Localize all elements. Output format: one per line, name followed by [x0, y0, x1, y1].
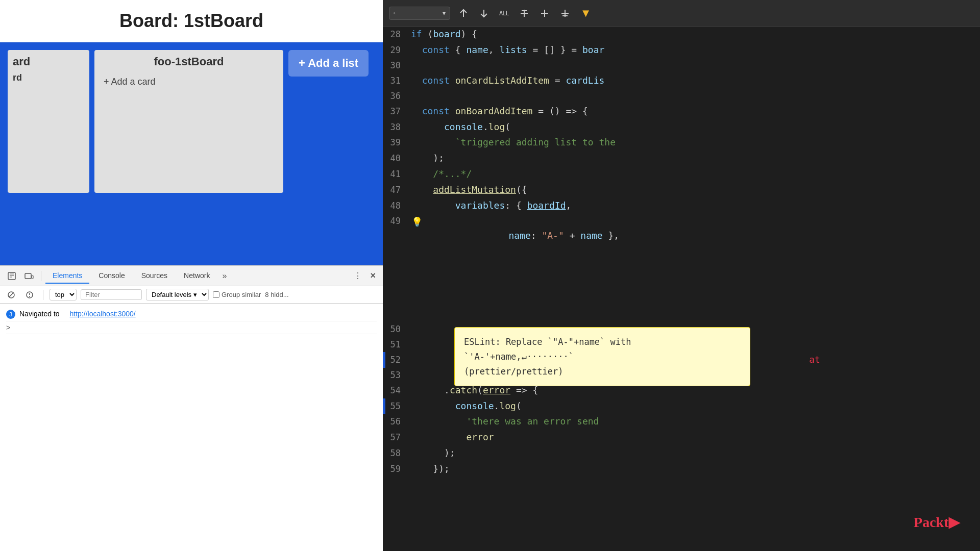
console-toolbar: top Default levels ▾ Group similar 8 hid…: [0, 286, 383, 304]
code-line-41: 41 /*...*/: [383, 166, 980, 182]
code-line-57: 57 error: [383, 430, 980, 445]
packt-logo: Packt▶: [914, 514, 960, 531]
devtools-close-button[interactable]: ×: [367, 269, 379, 282]
add-card-button[interactable]: + Add a card: [100, 73, 278, 90]
search-all-button[interactable]: ALL: [497, 8, 511, 19]
preserve-log-button[interactable]: [22, 290, 37, 300]
line-content: `triggered adding list to the: [411, 135, 980, 150]
line-number: 40: [383, 152, 411, 165]
console-url-link[interactable]: http://localhost:3000/: [70, 310, 136, 318]
toolbar-separator: [41, 271, 41, 281]
line-content: /*...*/: [411, 167, 980, 182]
svg-rect-0: [8, 272, 15, 280]
code-line-40: 40 );: [383, 151, 980, 166]
add-button-2[interactable]: [537, 6, 552, 20]
add-button-3[interactable]: [558, 6, 572, 20]
eslint-line2: `'A-'+name,↵········`: [464, 349, 741, 364]
svg-point-7: [29, 296, 30, 297]
code-line-48: 48 variables: { boardId,: [383, 198, 980, 214]
line-content: variables: { boardId,: [411, 198, 980, 213]
eslint-tooltip: ESLint: Replace `"A-"+name` with `'A-'+n…: [454, 327, 750, 387]
log-level-select[interactable]: Default levels ▾: [146, 289, 209, 300]
code-line-49: 49 💡 name: "A-" + name },: [383, 213, 980, 258]
eslint-line3: (prettier/prettier): [464, 364, 741, 379]
line-number: 48: [383, 199, 411, 213]
line-number: 39: [383, 136, 411, 149]
editor-panel: ▾ ALL ▼ 28 if (board) { 29 const { name: [383, 0, 980, 551]
svg-rect-2: [32, 276, 33, 279]
prev-match-button[interactable]: [456, 6, 471, 20]
editor-search-input[interactable]: [399, 9, 439, 17]
code-line-55: 55 console.log(: [383, 398, 980, 414]
search-dropdown-icon[interactable]: ▾: [443, 10, 446, 17]
editor-toolbar: ▾ ALL ▼: [383, 0, 980, 27]
svg-line-9: [395, 13, 396, 14]
board-list-main: foo-1stBoard + Add a card: [94, 50, 283, 193]
blue-highlight-bar-2: [383, 398, 385, 414]
line-content: 'there was an error send: [411, 414, 980, 429]
blue-highlight-bar: [383, 352, 385, 368]
code-line-31: 31 const onCardListAddItem = cardLis: [383, 73, 980, 89]
editor-search-box[interactable]: ▾: [389, 7, 450, 20]
lightbulb-icon[interactable]: 💡: [411, 215, 423, 230]
board-header: Board: 1stBoard: [0, 0, 383, 42]
context-selector[interactable]: top: [50, 289, 77, 300]
code-line-37: 37 const onBoardAddItem = () => {: [383, 104, 980, 119]
add-button-1[interactable]: [517, 6, 531, 20]
line-content: const onCardListAddItem = cardLis: [411, 73, 980, 88]
add-list-button[interactable]: + Add a list: [288, 50, 369, 77]
elements-tab[interactable]: Elements: [45, 268, 89, 284]
code-line-56: 56 'there was an error send: [383, 414, 980, 430]
list-left-title: ard: [13, 55, 84, 68]
line-number: 58: [383, 446, 411, 460]
line-number: 30: [383, 59, 411, 72]
line-content: console.log(: [411, 120, 980, 135]
next-match-button[interactable]: [477, 6, 491, 20]
line-content: });: [411, 462, 980, 477]
browser-panel: Board: 1stBoard ard rd foo-1stBoard + Ad…: [0, 0, 383, 551]
line-number: 29: [383, 43, 411, 57]
line-number: 28: [383, 28, 411, 41]
list-left-subtitle: rd: [13, 72, 84, 83]
line-number: 47: [383, 183, 411, 197]
console-prompt-entry: >: [6, 321, 377, 334]
filter-button[interactable]: ▼: [578, 5, 594, 22]
network-tab[interactable]: Network: [177, 268, 217, 284]
sources-tab[interactable]: Sources: [134, 268, 175, 284]
line-number: 56: [383, 415, 411, 429]
console-prompt-symbol: >: [6, 323, 10, 332]
line-number: 38: [383, 120, 411, 134]
code-line-30: 30: [383, 58, 980, 73]
devtools-menu-button[interactable]: ⋮: [351, 270, 365, 282]
group-similar-checkbox[interactable]: [213, 291, 219, 298]
code-line-28: 28 if (board) {: [383, 27, 980, 42]
svg-rect-1: [25, 273, 31, 279]
board-list-left: ard rd: [8, 50, 89, 193]
line-content: name: "A-" + name },: [411, 214, 980, 258]
line-content: error: [411, 430, 980, 445]
console-filter-input[interactable]: [81, 289, 142, 300]
more-tabs-button[interactable]: »: [219, 270, 230, 282]
devtools-toolbar: Elements Console Sources Network » ⋮ ×: [0, 266, 383, 286]
add-list-label: + Add a list: [299, 57, 358, 70]
search-icon: [394, 9, 396, 17]
responsive-mode-button[interactable]: [21, 270, 37, 282]
group-similar-label[interactable]: Group similar: [213, 291, 261, 298]
code-line-36: 36: [383, 89, 980, 104]
inspect-element-button[interactable]: [4, 270, 19, 282]
console-tab[interactable]: Console: [91, 268, 132, 284]
code-line-29: 29 const { name, lists = [] } = boar: [383, 42, 980, 58]
code-editor-area[interactable]: 28 if (board) { 29 const { name, lists =…: [383, 27, 980, 551]
line-number: 50: [383, 322, 411, 336]
line-content: addListMutation({: [411, 183, 980, 197]
console-navigated-text: Navigated to: [19, 310, 60, 318]
clear-console-button[interactable]: [4, 290, 18, 300]
line-number: 55: [383, 399, 411, 413]
code-line-58: 58 );: [383, 445, 980, 461]
console-separator: [43, 290, 43, 300]
line-content: const { name, lists = [] } = boar: [411, 43, 980, 58]
line-number: 31: [383, 74, 411, 88]
line-number: 41: [383, 167, 411, 181]
code-line-39: 39 `triggered adding list to the: [383, 135, 980, 151]
board-title: Board: 1stBoard: [119, 10, 263, 31]
